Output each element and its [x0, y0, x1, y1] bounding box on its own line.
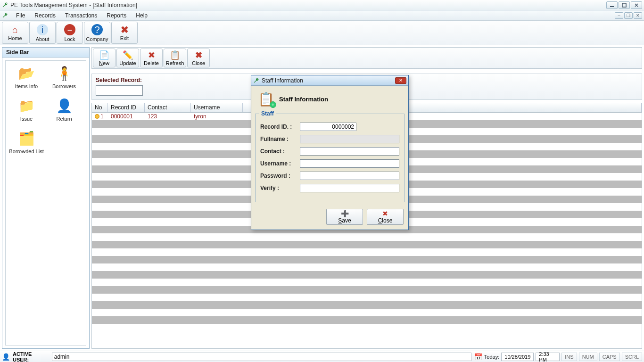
sidebar-item-items-info[interactable]: 📂Items Info: [8, 66, 45, 90]
table-row-empty: [92, 294, 642, 301]
dialog-app-icon: [253, 77, 260, 84]
input-contact[interactable]: [300, 147, 399, 156]
table-row-empty: [92, 324, 642, 331]
no-entry-icon: －: [64, 24, 75, 35]
col-record-id[interactable]: Record ID: [108, 103, 145, 112]
input-verify[interactable]: [300, 184, 399, 192]
sidebar-item-issue[interactable]: 📁Issue: [8, 98, 45, 122]
col-no[interactable]: No: [92, 103, 108, 112]
refresh-icon: 📋: [170, 50, 180, 60]
input-recid[interactable]: [300, 123, 356, 131]
statusbar: 👤 ACTIVE USER: 📅 Today: 10/28/2019 2:33 …: [0, 351, 644, 362]
dialog-close-button[interactable]: ✖Close: [367, 209, 404, 225]
sidebar-title: Side Bar: [2, 48, 89, 58]
close-icon: ✖: [195, 50, 202, 60]
content-area: 📄New ✏️Update ✖Delete 📋Refresh ✖Close Se…: [91, 47, 642, 349]
close-x-icon: ✖: [121, 25, 129, 34]
clipboard-add-icon: 📋+: [258, 91, 274, 107]
window-title: PE Tools Management System - [Staff Info…: [10, 2, 606, 8]
close-button[interactable]: ✖Close: [187, 49, 210, 67]
home-button[interactable]: ⌂Home: [2, 22, 28, 44]
label-recid: Record ID. :: [260, 123, 300, 130]
menubar-icon: [2, 12, 8, 19]
sidebar-item-borrowers[interactable]: 🧍Borrowers: [45, 66, 83, 90]
company-button[interactable]: ?Company: [84, 22, 110, 44]
delete-button[interactable]: ✖Delete: [140, 49, 163, 67]
menu-reports[interactable]: Reports: [102, 11, 131, 20]
label-password: Password :: [260, 173, 300, 179]
dialog-save-button[interactable]: ➕Save: [326, 209, 363, 225]
table-row-empty: [92, 279, 642, 286]
status-time: 2:33 PM: [536, 353, 560, 361]
record-toolbar: 📄New ✏️Update ✖Delete 📋Refresh ✖Close: [91, 47, 642, 69]
status-date: 10/28/2019: [501, 353, 534, 361]
user-icon: 👤: [2, 353, 10, 361]
about-button[interactable]: iAbout: [29, 22, 56, 44]
staff-fieldset: Staff Record ID. : Fullname : Contact : …: [255, 114, 405, 202]
selected-record-input[interactable]: [96, 85, 143, 96]
table-row-empty: [92, 263, 642, 271]
table-row-empty: [92, 256, 642, 263]
label-fullname: Fullname :: [260, 136, 300, 142]
mdi-restore-button[interactable]: ❐: [624, 12, 633, 19]
x-icon: ✖: [382, 210, 388, 217]
update-button[interactable]: ✏️Update: [116, 49, 139, 67]
exit-button[interactable]: ✖Exit: [111, 22, 138, 44]
menu-file[interactable]: File: [11, 11, 30, 20]
app-icon: [2, 2, 8, 8]
label-username: Username :: [260, 160, 300, 167]
col-contact[interactable]: Contact: [145, 103, 191, 112]
menu-help[interactable]: Help: [131, 11, 152, 20]
window-minimize-button[interactable]: [606, 1, 618, 9]
window-close-button[interactable]: [631, 1, 642, 9]
sidebar-item-return[interactable]: 👤Return: [45, 98, 83, 122]
window-titlebar: PE Tools Management System - [Staff Info…: [0, 0, 644, 10]
indicator-caps: CAPS: [599, 353, 620, 361]
refresh-button[interactable]: 📋Refresh: [164, 49, 186, 67]
new-icon: 📄: [99, 50, 109, 60]
main-toolbar: ⌂Home iAbout －Lock ?Company ✖Exit: [0, 21, 644, 45]
person-return-icon: 👤: [45, 98, 83, 114]
menu-transactions[interactable]: Transactions: [60, 11, 102, 20]
svg-rect-0: [610, 6, 614, 7]
table-row-empty: [92, 316, 642, 324]
edit-icon: ✏️: [123, 50, 133, 60]
delete-icon: ✖: [148, 50, 155, 60]
folder-list-icon: 🗂️: [8, 131, 45, 146]
row-indicator-icon: [95, 114, 99, 119]
input-username[interactable]: [300, 159, 399, 168]
indicator-ins: INS: [561, 353, 577, 361]
dialog-header: Staff Information: [279, 96, 328, 103]
label-contact: Contact :: [260, 148, 300, 155]
table-row-empty: [92, 233, 642, 241]
input-fullname[interactable]: [300, 135, 399, 143]
col-username[interactable]: Username: [191, 103, 243, 112]
fieldset-legend: Staff: [259, 110, 276, 117]
active-user-label: ACTIVE USER:: [13, 351, 49, 362]
today-label: Today:: [484, 354, 499, 360]
staff-dialog: Staff Information ✕ 📋+ Staff Information…: [251, 75, 409, 230]
sidebar-item-borrowed-list[interactable]: 🗂️Borrowded List: [8, 131, 45, 155]
new-button[interactable]: 📄New: [93, 49, 116, 67]
dialog-titlebar[interactable]: Staff Information ✕: [251, 75, 408, 86]
menu-records[interactable]: Records: [30, 11, 60, 20]
mdi-close-button[interactable]: ✕: [634, 12, 642, 19]
table-row-empty: [92, 241, 642, 248]
mdi-minimize-button[interactable]: –: [615, 12, 623, 19]
window-maximize-button[interactable]: [619, 1, 630, 9]
table-row-empty: [92, 301, 642, 309]
indicator-scrl: SCRL: [622, 353, 642, 361]
table-row-empty: [92, 271, 642, 279]
person-list-icon: 🧍: [45, 66, 83, 81]
sidebar: Side Bar 📂Items Info 🧍Borrowers 📁Issue 👤…: [2, 47, 90, 349]
input-password[interactable]: [300, 172, 399, 180]
folder-icon: 📂: [8, 66, 45, 81]
plus-circle-icon: ➕: [341, 210, 349, 217]
info-icon: i: [37, 24, 48, 35]
lock-button[interactable]: －Lock: [57, 22, 83, 44]
menubar: File Records Transactions Reports Help –…: [0, 10, 644, 21]
dialog-close-x[interactable]: ✕: [395, 77, 406, 84]
table-row-empty: [92, 248, 642, 256]
label-verify: Verify :: [260, 185, 300, 191]
calendar-icon: 📅: [474, 353, 482, 361]
